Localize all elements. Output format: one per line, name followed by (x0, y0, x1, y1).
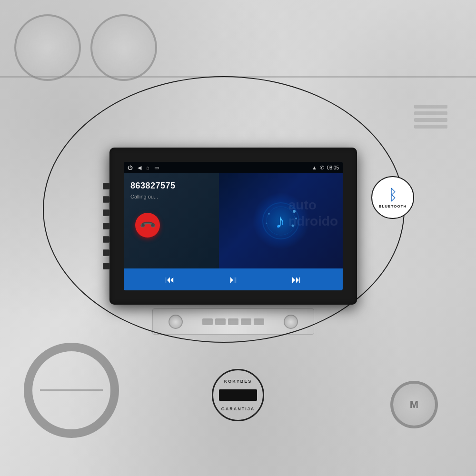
bezel-btn-3[interactable] (103, 223, 109, 229)
radio-btn[interactable] (202, 318, 213, 325)
head-unit-bezel: ⏻ ◀ ⌂ ▭ ▲ ✆ 08:05 863827575 Calling ou..… (109, 148, 357, 305)
signal-icon: ▲ (312, 165, 317, 170)
power-icon: ⏻ (128, 165, 133, 170)
end-call-icon: 📞 (139, 216, 156, 234)
speedometer-left (14, 14, 81, 81)
quality-circle: KOKYBĖS GARANTIJA (212, 369, 264, 421)
bluetooth-icon: ᛒ (388, 187, 397, 202)
bezel-btn-vol-up[interactable] (103, 236, 109, 243)
svg-point-5 (292, 225, 294, 227)
bezel-btn-1[interactable] (103, 196, 109, 203)
call-status: Calling ou... (130, 194, 158, 199)
radio-btn[interactable] (254, 318, 264, 325)
back-icon[interactable]: ◀ (138, 165, 141, 171)
quality-barcode (219, 389, 257, 401)
svg-point-6 (268, 213, 270, 215)
quality-bottom-text: GARANTIJA (221, 407, 255, 411)
radio-knob-right[interactable] (284, 315, 298, 329)
screen: ⏻ ◀ ⌂ ▭ ▲ ✆ 08:05 863827575 Calling ou..… (124, 162, 343, 290)
end-call-button[interactable]: 📞 (135, 213, 160, 238)
clock: 08:05 (327, 165, 339, 170)
music-panel: auto ndroido ♪ (219, 173, 343, 268)
bezel-btn-vol-down[interactable] (103, 249, 109, 256)
quality-badge: KOKYBĖS GARANTIJA (212, 369, 264, 421)
quality-top-text: KOKYBĖS (224, 379, 252, 384)
svg-point-4 (295, 218, 297, 219)
bezel-side-buttons (103, 183, 109, 269)
apps-icon[interactable]: ▭ (154, 165, 159, 171)
bezel-btn-reset[interactable] (103, 263, 109, 269)
bluetooth-label: BLUETOOTH (379, 204, 407, 208)
music-visual: ♪ (219, 173, 343, 268)
radio-btn[interactable] (241, 318, 251, 325)
radio-btn[interactable] (215, 318, 226, 325)
radio-unit (152, 308, 314, 335)
status-bar-right: ▲ ✆ 08:05 (312, 165, 339, 171)
vent-slat (414, 111, 447, 115)
media-controls: ⏮ ⏯ ⏭ (124, 268, 343, 290)
svg-text:♪: ♪ (275, 210, 285, 232)
radio-button-row (202, 318, 264, 325)
status-bar: ⏻ ◀ ⌂ ▭ ▲ ✆ 08:05 (124, 162, 343, 173)
bluetooth-badge: ᛒ BLUETOOTH (371, 176, 414, 219)
bezel-btn-power[interactable] (103, 183, 109, 189)
prev-button[interactable]: ⏮ (165, 274, 175, 285)
call-panel: 863827575 Calling ou... 📞 (124, 173, 219, 268)
svg-point-7 (266, 223, 268, 224)
music-note-svg: ♪ (262, 202, 300, 240)
dashboard-top-line (0, 76, 476, 78)
steering-wheel (24, 343, 119, 438)
status-bar-left: ⏻ ◀ ⌂ ▭ (128, 165, 159, 171)
gear-shift-label: M (410, 398, 418, 411)
vent-slat (414, 125, 447, 129)
radio-btn[interactable] (228, 318, 238, 325)
phone-icon: ✆ (320, 165, 324, 171)
next-button[interactable]: ⏭ (292, 274, 301, 285)
home-icon[interactable]: ⌂ (146, 165, 149, 170)
bezel-btn-2[interactable] (103, 209, 109, 216)
svg-point-3 (293, 210, 296, 213)
gear-shift: M (390, 381, 438, 428)
play-pause-button[interactable]: ⏯ (228, 274, 238, 285)
caller-number: 863827575 (130, 181, 176, 191)
speedometer-right (90, 14, 157, 81)
vent-slat (414, 118, 447, 122)
vent-slat (414, 105, 447, 109)
radio-knob-left[interactable] (169, 315, 183, 329)
vent-right (414, 105, 447, 129)
